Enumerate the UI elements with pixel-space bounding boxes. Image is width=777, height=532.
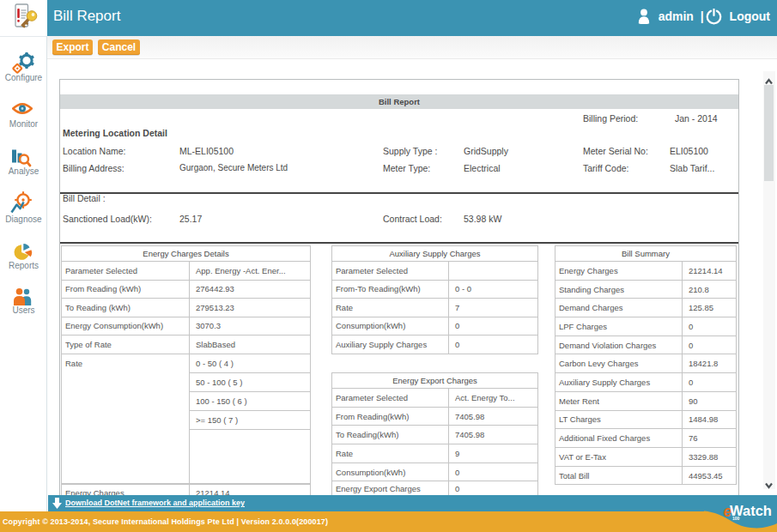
svg-text:100: 100 xyxy=(732,516,740,521)
